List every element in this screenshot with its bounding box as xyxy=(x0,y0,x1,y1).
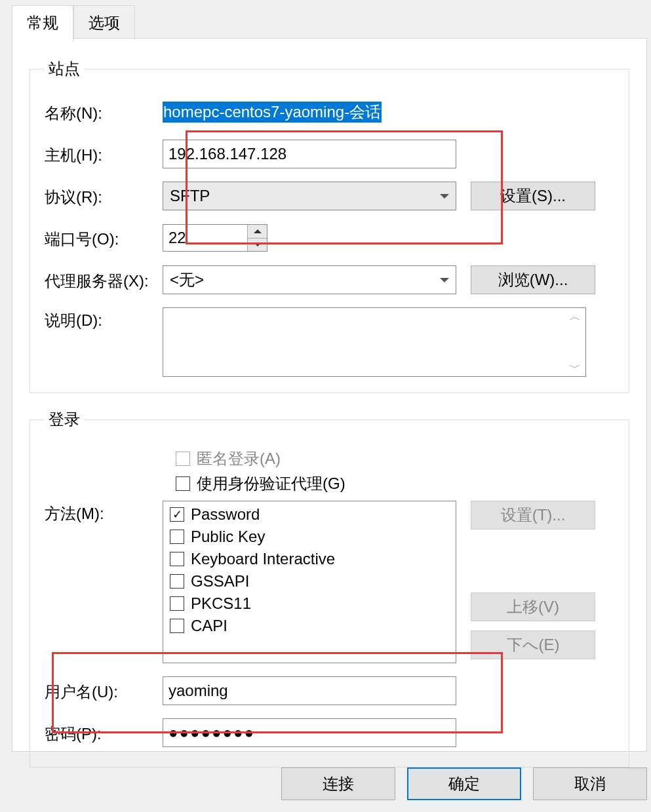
move-up-button: 上移(V) xyxy=(471,592,595,621)
method-publickey-label: Public Key xyxy=(191,528,265,546)
cancel-button[interactable]: 取消 xyxy=(533,767,647,800)
anon-login-checkbox-row: 匿名登录(A) xyxy=(176,448,614,469)
login-legend: 登录 xyxy=(45,409,84,430)
dialog-button-bar: 连接 确定 取消 xyxy=(281,767,647,800)
chevron-down-icon xyxy=(440,194,449,199)
auth-agent-checkbox[interactable] xyxy=(176,476,190,491)
anon-login-checkbox xyxy=(176,452,190,466)
method-capi-label: CAPI xyxy=(191,617,227,635)
method-password-label: Password xyxy=(191,505,260,524)
proxy-value: <无> xyxy=(170,269,204,290)
protocol-settings-button[interactable]: 设置(S)... xyxy=(471,182,595,210)
password-label: 密码(P): xyxy=(45,721,163,744)
auth-method-listbox[interactable]: ✓Password Public Key Keyboard Interactiv… xyxy=(163,501,456,663)
proxy-select[interactable]: <无> xyxy=(163,265,456,294)
tab-bar: 常规 选项 xyxy=(0,0,651,42)
description-textarea[interactable]: ︿ ﹀ xyxy=(163,307,586,377)
scroll-down-icon[interactable]: ﹀ xyxy=(569,362,581,374)
protocol-value: SFTP xyxy=(170,187,210,205)
protocol-select[interactable]: SFTP xyxy=(163,182,456,210)
username-label: 用户名(U): xyxy=(45,679,163,703)
ok-button[interactable]: 确定 xyxy=(407,767,521,800)
host-label: 主机(H): xyxy=(45,142,163,166)
method-pkcs11-label: PKCS11 xyxy=(191,594,251,613)
port-spin-down[interactable] xyxy=(248,239,267,252)
site-legend: 站点 xyxy=(45,58,84,79)
method-password-checkbox[interactable]: ✓ xyxy=(170,507,184,522)
move-down-button: 下へ(E) xyxy=(471,630,595,659)
description-label: 说明(D): xyxy=(45,307,163,331)
port-input[interactable] xyxy=(163,225,247,251)
method-keyboard-checkbox[interactable] xyxy=(170,552,184,566)
method-gssapi-label: GSSAPI xyxy=(191,572,249,590)
auth-agent-label: 使用身份验证代理(G) xyxy=(197,473,345,494)
method-publickey-checkbox[interactable] xyxy=(170,530,184,544)
triangle-down-icon xyxy=(254,242,262,246)
host-input[interactable] xyxy=(163,140,456,168)
connect-button[interactable]: 连接 xyxy=(281,767,395,800)
login-fieldset: 登录 匿名登录(A) 使用身份验证代理(G) 方法(M): ✓Password … xyxy=(30,409,629,767)
name-input[interactable]: homepc-centos7-yaoming-会话 xyxy=(163,102,456,123)
site-fieldset: 站点 名称(N): homepc-centos7-yaoming-会话 主机(H… xyxy=(30,58,629,393)
method-label: 方法(M): xyxy=(45,501,163,524)
port-spinner[interactable] xyxy=(163,224,267,252)
tab-options[interactable]: 选项 xyxy=(73,5,135,42)
method-keyboard-label: Keyboard Interactive xyxy=(191,550,335,568)
name-label: 名称(N): xyxy=(45,100,163,124)
scroll-up-icon[interactable]: ︿ xyxy=(569,311,581,322)
method-gssapi-checkbox[interactable] xyxy=(170,574,184,589)
name-value: homepc-centos7-yaoming-会话 xyxy=(163,102,382,123)
password-input[interactable] xyxy=(163,718,456,747)
auth-agent-checkbox-row[interactable]: 使用身份验证代理(G) xyxy=(176,473,614,494)
triangle-up-icon xyxy=(254,229,262,233)
port-label: 端口号(O): xyxy=(45,226,163,250)
method-pkcs11-checkbox[interactable] xyxy=(170,596,184,611)
proxy-browse-button[interactable]: 浏览(W)... xyxy=(471,265,595,294)
chevron-down-icon xyxy=(440,278,449,282)
tab-content: 站点 名称(N): homepc-centos7-yaoming-会话 主机(H… xyxy=(12,38,647,752)
port-spin-up[interactable] xyxy=(248,225,267,239)
username-input[interactable] xyxy=(163,676,456,705)
protocol-label: 协议(R): xyxy=(45,184,163,208)
proxy-label: 代理服务器(X): xyxy=(45,268,163,292)
method-capi-checkbox[interactable] xyxy=(170,619,184,633)
method-settings-button: 设置(T)... xyxy=(471,501,595,530)
tab-general[interactable]: 常规 xyxy=(12,5,73,42)
anon-login-label: 匿名登录(A) xyxy=(197,448,281,469)
